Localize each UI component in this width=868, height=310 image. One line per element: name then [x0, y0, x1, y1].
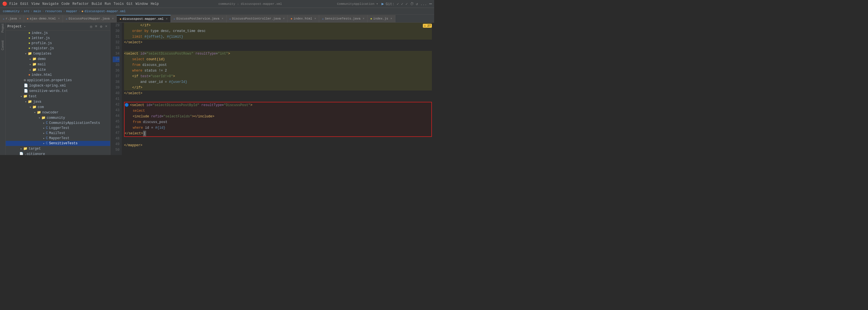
folder-mail-icon: 📁: [32, 62, 36, 66]
java-file-icon-3: C: [46, 131, 48, 135]
right-controls: CommunityApplication ▾ ▶ Git: ✓ ✓ ✓ ⏱ ↺ …: [337, 1, 427, 6]
menu-view[interactable]: View: [31, 2, 40, 6]
project-label: Project: [7, 25, 22, 29]
tab-discusspost-mapper-xml[interactable]: ◆ discusspost-mapper.xml ×: [117, 15, 170, 22]
folder-target-icon: 📁: [23, 146, 28, 151]
tree-item-mapper-test[interactable]: ▸ C MapperTest: [6, 136, 110, 141]
crumb-resources[interactable]: resources: [45, 10, 62, 13]
tree-item-site[interactable]: ▸ 📁 site: [6, 67, 110, 72]
tab-close-1[interactable]: ×: [19, 17, 21, 21]
tab-r-java[interactable]: ☕ r.java ×: [0, 15, 24, 22]
tab-close-4[interactable]: ×: [166, 18, 168, 21]
tree-item-target[interactable]: ▸ 📁 target: [6, 146, 110, 151]
chevron-right-icon-mail: ▸: [28, 63, 32, 66]
warning-badge: ⚠ 27: [423, 24, 432, 28]
menu-navigate[interactable]: Navigate: [42, 2, 59, 6]
run-button[interactable]: ▶: [381, 1, 384, 6]
settings-icon[interactable]: ⚙: [100, 24, 102, 29]
code-line-44: select: [125, 108, 431, 114]
menu-help[interactable]: Help: [151, 2, 159, 6]
tab-close-6[interactable]: ×: [283, 17, 285, 21]
code-editor[interactable]: ⚠ 27 29 30 31 32 33 34 34 35 36 37 38 39…: [111, 23, 434, 155]
java-file-icon-5: C: [46, 141, 48, 145]
commit-panel-label[interactable]: Commit: [1, 40, 4, 50]
close-panel-icon[interactable]: ×: [105, 24, 107, 29]
tab-close-7[interactable]: ×: [314, 17, 316, 21]
code-line-45: <include refid="selectFields"></include>: [125, 114, 431, 119]
folder-java-icon: 📁: [28, 100, 32, 104]
tab-close-8[interactable]: ×: [363, 17, 365, 21]
java-icon-4: ☕: [229, 17, 231, 21]
menu-code[interactable]: Code: [61, 2, 70, 6]
tree-item-profile-js[interactable]: ● profile.js: [6, 41, 110, 46]
tree-item-gitignore[interactable]: 📄 .gitignore: [6, 151, 110, 155]
tree-item-nowcoder[interactable]: ▾ 📁 nowcoder: [6, 110, 110, 115]
menu-build[interactable]: Build: [91, 2, 102, 6]
prop-file-icon: ⚙: [24, 78, 26, 82]
tree-item-test[interactable]: ▾ 📁 test: [6, 94, 110, 99]
tab-discuss-post-controller[interactable]: ☕ DiscussPostController.java ×: [226, 15, 288, 22]
tree-item-demo[interactable]: ▸ 📁 demo: [6, 56, 110, 62]
tree-item-register-js[interactable]: ● register.js: [6, 46, 110, 51]
java-icon-2: ☕: [66, 17, 67, 21]
menu-tools[interactable]: Tools: [114, 2, 124, 6]
tab-close-3[interactable]: ×: [112, 17, 114, 21]
code-line-46: from discuss_post: [125, 119, 431, 125]
chevron-down-icon-java: ▾: [24, 100, 28, 104]
tree-item-templates[interactable]: ▾ 📁 templates: [6, 51, 110, 56]
tree-item-index-js[interactable]: ● index.js: [6, 31, 110, 36]
tab-close-9[interactable]: ×: [391, 17, 392, 21]
tab-discuss-post-service[interactable]: ☕ DiscussPostService.java ×: [171, 15, 226, 22]
menu-git[interactable]: Git: [127, 2, 133, 6]
tree-item-java[interactable]: ▾ 📁 java: [6, 99, 110, 104]
tree-item-logback[interactable]: 📄 logback-spring.xml: [6, 83, 110, 88]
run-config[interactable]: CommunityApplication ▾: [337, 2, 378, 6]
menu-file[interactable]: File: [9, 2, 18, 6]
tab-index-js[interactable]: ◆ index.js ×: [368, 15, 395, 22]
tab-discuss-post-mapper-java[interactable]: ☕ DiscussPostMapper.java ×: [63, 15, 117, 22]
chevron-right-icon-demo: ▸: [28, 58, 32, 61]
tree-item-mail[interactable]: ▸ 📁 mail: [6, 62, 110, 67]
tree-item-application-props[interactable]: ⚙ application.properties: [6, 77, 110, 83]
tab-ajax-demo[interactable]: ◆ ajax-demo.html ×: [24, 15, 63, 22]
xml-file-icon-logback: 📄: [24, 83, 28, 88]
tree-item-community[interactable]: ▾ 📁 community: [6, 115, 110, 120]
project-dropdown[interactable]: ▾: [24, 25, 26, 28]
java-file-icon-4: C: [46, 136, 48, 140]
code-line-41: </select>: [124, 91, 432, 96]
tab-close-5[interactable]: ×: [222, 17, 223, 21]
crumb-src[interactable]: src: [24, 10, 29, 13]
menu-run[interactable]: Run: [104, 2, 111, 6]
chevron-down-icon-community: ▾: [37, 116, 41, 119]
menu-window[interactable]: Window: [136, 2, 148, 6]
code-line-34: <select id="selectDiscussPostRows" resul…: [124, 51, 432, 57]
tree-item-index-html[interactable]: ● index.html: [6, 72, 110, 77]
minimize-button[interactable]: —: [429, 1, 432, 6]
tab-sensitive-tests[interactable]: ☕ SensitiveTests.java ×: [319, 15, 367, 22]
code-lines: </if> order by type desc, create_time de…: [122, 23, 434, 155]
crumb-file[interactable]: discusspost-mapper.xml: [84, 10, 125, 13]
crumb-community[interactable]: community: [3, 10, 20, 13]
project-panel-label[interactable]: Project: [1, 24, 4, 33]
chevron-down-icon-com: ▾: [28, 105, 32, 109]
code-line-33: [124, 45, 432, 51]
crumb-main[interactable]: main: [33, 10, 41, 13]
tree-item-com[interactable]: ▾ 📁 com: [6, 104, 110, 110]
tab-close-2[interactable]: ×: [58, 17, 60, 21]
tree-item-letter-js[interactable]: ● letter.js: [6, 36, 110, 41]
menu-edit[interactable]: Edit: [21, 2, 29, 6]
tab-index-html[interactable]: ◆ index.html ×: [288, 15, 319, 22]
tree-item-sensitive-tests[interactable]: ▸ C SensitiveTests: [6, 141, 110, 146]
menu-refactor[interactable]: Refactor: [72, 2, 89, 6]
locate-icon[interactable]: ◎: [90, 24, 92, 29]
collapse-icon[interactable]: ≡: [95, 24, 97, 29]
java-icon-3: ☕: [174, 17, 175, 21]
tree-item-mail-test[interactable]: ▸ C MailTest: [6, 131, 110, 136]
tree-item-community-app-tests[interactable]: ▸ C CommunityApplicationTests: [6, 120, 110, 126]
left-panels: Project Commit: [0, 23, 6, 155]
java-icon-1: ☕: [3, 17, 4, 21]
crumb-mapper[interactable]: mapper: [66, 10, 78, 13]
code-line-29: </if>: [124, 23, 432, 28]
tree-item-sensitive-words[interactable]: 📄 sensitive-words.txt: [6, 88, 110, 94]
tree-item-logger-test[interactable]: ▸ C LoggerTest: [6, 126, 110, 131]
